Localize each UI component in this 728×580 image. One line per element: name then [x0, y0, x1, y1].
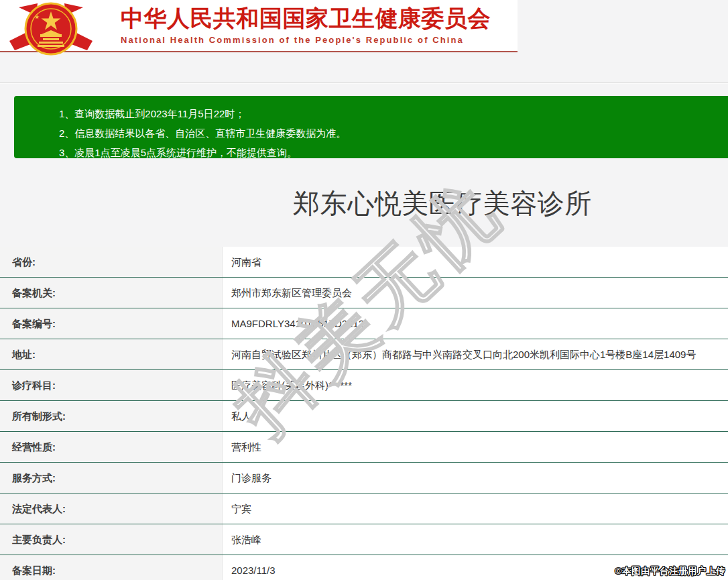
row-value: 河南自贸试验区郑州片区（郑东）商都路与中兴南路交叉口向北200米凯利国际中心1号… [223, 339, 728, 369]
table-row: 诊疗科目:医疗美容科(美容外科)****** [0, 370, 728, 401]
row-value: 郑州市郑东新区管理委员会 [223, 278, 728, 308]
row-value: MA9FDRLY341010517D2212 [223, 308, 728, 339]
row-value: 医疗美容科(美容外科)****** [223, 370, 728, 400]
row-label: 备案编号: [0, 308, 223, 339]
notice-box: 1、查询数据截止到2023年11月5日22时； 2、信息数据结果以各省、自治区、… [14, 96, 728, 158]
row-value: 宁宾 [223, 494, 728, 524]
nhc-record-page: { "header": { "title_cn": "中华人民共和国国家卫生健康… [0, 0, 728, 580]
notice-line: 1、查询数据截止到2023年11月5日22时； [59, 104, 728, 123]
notice-line: 3、凌晨1点至凌晨5点系统进行维护，不能提供查询。 [59, 143, 728, 162]
site-header: 中华人民共和国国家卫生健康委员会 National Health Commiss… [0, 0, 518, 52]
row-label: 地址: [0, 339, 223, 369]
row-label: 服务方式: [0, 463, 223, 493]
header-title-en: National Health Commission of the People… [121, 35, 509, 46]
row-value: 2023/11/3 [223, 555, 728, 580]
header-title-cn: 中华人民共和国国家卫生健康委员会 [121, 3, 509, 33]
table-row: 备案日期:2023/11/3 [0, 555, 728, 580]
notice-line: 2、信息数据结果以各省、自治区、直辖市卫生健康委数据为准。 [59, 123, 728, 143]
table-row: 服务方式:门诊服务 [0, 463, 728, 494]
row-value: 营利性 [223, 432, 728, 462]
table-row: 备案编号:MA9FDRLY341010517D2212 [0, 308, 728, 339]
row-label: 法定代表人: [0, 494, 223, 524]
table-row: 法定代表人:宁宾 [0, 494, 728, 524]
record-title: 郑东心悦美医疗美容诊所 [0, 185, 728, 222]
header-divider [0, 82, 728, 84]
row-value: 张浩峰 [223, 524, 728, 555]
row-label: 备案日期: [0, 555, 223, 580]
row-label: 备案机关: [0, 278, 223, 308]
row-label: 省份: [0, 247, 223, 277]
table-row: 地址:河南自贸试验区郑州片区（郑东）商都路与中兴南路交叉口向北200米凯利国际中… [0, 339, 728, 370]
record-table: 省份:河南省备案机关:郑州市郑东新区管理委员会备案编号:MA9FDRLY3410… [0, 247, 728, 580]
china-national-emblem-icon [5, 1, 97, 57]
table-row: 经营性质:营利性 [0, 432, 728, 463]
table-row: 省份:河南省 [0, 247, 728, 278]
row-value: 河南省 [223, 247, 728, 277]
table-row: 所有制形式:私人 [0, 401, 728, 432]
row-value: 私人 [223, 401, 728, 431]
table-row: 备案机关:郑州市郑东新区管理委员会 [0, 278, 728, 308]
row-label: 所有制形式: [0, 401, 223, 431]
header-titles: 中华人民共和国国家卫生健康委员会 National Health Commiss… [121, 3, 509, 46]
row-label: 诊疗科目: [0, 370, 223, 400]
row-label: 经营性质: [0, 432, 223, 462]
table-row: 主要负责人:张浩峰 [0, 524, 728, 555]
row-value: 门诊服务 [223, 463, 728, 493]
row-label: 主要负责人: [0, 524, 223, 555]
